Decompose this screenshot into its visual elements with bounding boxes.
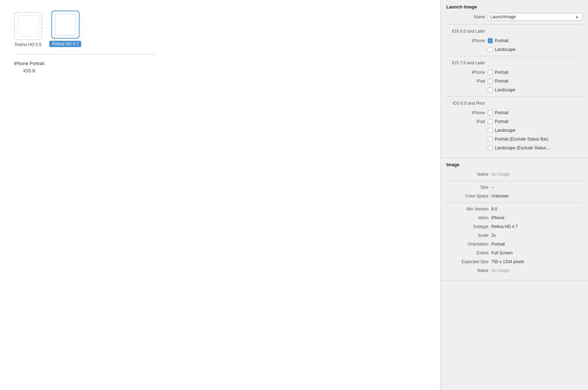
image-size-row: Size -- [446, 184, 582, 191]
device-box-inner-47 [55, 14, 76, 35]
ios70-ipad-landscape-row: Landscape [446, 86, 582, 93]
right-panel: Launch Image Name LaunchImage ► iOS 8.0 … [440, 0, 588, 390]
ios70-iphone-portrait-checkbox[interactable] [488, 70, 493, 75]
image-orientation-label: Orientation [446, 242, 488, 247]
ios70-ipad-portrait-checkbox-label[interactable]: Portrait [488, 79, 509, 84]
image-idiom-label: Idiom [446, 215, 488, 220]
ios60-iphone-portrait-checkbox[interactable] [488, 110, 493, 115]
ios80-iphone-portrait-checkbox[interactable]: ✓ [488, 38, 493, 43]
ios60-ipad-landscape-exclude-label: Landscape (Exclude Status... [495, 145, 550, 150]
ios60-divider [446, 96, 582, 97]
ios60-iphone-label: iPhone [446, 110, 485, 115]
device-icons-row: Retina HD 5.5 Retina HD 4.7 [14, 11, 81, 47]
ios60-ipad-portrait-label: Portrait [495, 119, 509, 124]
device-box-55[interactable] [14, 12, 42, 40]
ios60-ipad-portrait-checkbox[interactable] [488, 119, 493, 124]
divider-line [14, 54, 155, 54]
image-colorspace-label: Color Space [446, 194, 488, 199]
device-retina-55[interactable]: Retina HD 5.5 [14, 12, 42, 47]
ios60-ipad-portrait-exclude-label: Portrait (Exclude Status Bar) [495, 137, 548, 142]
ios70-iphone-label: iPhone [446, 70, 485, 75]
ios70-group-row: iOS 7.0 and Later [446, 59, 582, 67]
image-section: Image Name No Image Size -- Color Space … [441, 158, 588, 280]
image-title: iPhone Portrait [14, 60, 44, 67]
ios80-iphone-portrait-row: iPhone ✓ Portrait [446, 37, 582, 44]
ios60-ipad-landscape-checkbox-label[interactable]: Landscape [488, 128, 516, 133]
image-minversion-label: Min Version [446, 207, 488, 212]
ios60-iphone-portrait-label: Portrait [495, 110, 509, 115]
ios60-ipad-landscape-exclude-row: Landscape (Exclude Status... [446, 144, 582, 151]
image-scale-label: Scale [446, 233, 488, 238]
ios60-ipad-portrait-exclude-row: Portrait (Exclude Status Bar) [446, 136, 582, 143]
ios60-ipad-landscape-exclude-checkbox[interactable] [488, 145, 493, 150]
ios60-ipad-landscape-checkbox[interactable] [488, 128, 493, 133]
image-scale-value: 2x [491, 233, 496, 238]
image-extent-row: Extent Full Screen [446, 249, 582, 256]
ios80-divider [446, 24, 582, 25]
ios60-group-row: iOS 6.0 and Prior [446, 99, 582, 107]
image-info: iPhone Portrait iOS 8 [14, 60, 44, 75]
image-orientation-value: Portrait [491, 242, 505, 247]
ios80-iphone-label: iPhone [446, 38, 485, 43]
ios60-ipad-portrait-checkbox-label[interactable]: Portrait [488, 119, 509, 124]
image-section-title: Image [446, 162, 582, 167]
ios60-ipad-portrait-exclude-checkbox[interactable] [488, 137, 493, 142]
ios70-ipad-label: iPad [446, 79, 485, 84]
ios60-ipad-landscape-row: Landscape [446, 127, 582, 134]
image-orientation-row: Orientation Portrait [446, 241, 582, 248]
ios70-divider [446, 56, 582, 56]
ios60-ipad-portrait-exclude-checkbox-label[interactable]: Portrait (Exclude Status Bar) [488, 137, 548, 142]
image-idiom-value: iPhone [491, 215, 504, 220]
ios60-ipad-landscape-exclude-checkbox-label[interactable]: Landscape (Exclude Status... [488, 145, 550, 150]
name-input-value: LaunchImage [490, 14, 516, 19]
ios80-group-row: iOS 8.0 and Later [446, 27, 582, 35]
ios70-ipad-landscape-checkbox-label[interactable]: Landscape [488, 87, 516, 92]
ios70-group-label: iOS 7.0 and Later [446, 60, 485, 65]
launch-image-title: Launch Image [446, 4, 582, 9]
ios60-ipad-landscape-label: Landscape [495, 128, 516, 133]
ios60-iphone-portrait-row: iPhone Portrait [446, 109, 582, 116]
ios70-iphone-portrait-row: iPhone Portrait [446, 69, 582, 76]
ios80-iphone-portrait-label: Portrait [495, 38, 509, 43]
image-subtype-row: Subtype Retina HD 4.7 [446, 223, 582, 230]
image-name2-row: Name No Image [446, 267, 582, 274]
image-details-divider [446, 202, 582, 203]
image-extent-value: Full Screen [491, 251, 513, 255]
image-name2-label: Name [446, 268, 488, 273]
ios70-ipad-landscape-checkbox[interactable] [488, 87, 493, 92]
image-idiom-row: Idiom iPhone [446, 214, 582, 221]
image-size-value: -- [491, 185, 494, 190]
image-expectedsize-row: Expected Size 750 x 1334 pixels [446, 258, 582, 265]
ios80-group-label: iOS 8.0 and Later [446, 29, 485, 34]
ios70-ipad-portrait-row: iPad Portrait [446, 78, 582, 85]
image-name-row: Name No Image [446, 171, 582, 178]
image-colorspace-value: Unknown [491, 194, 509, 199]
checkmark-icon: ✓ [489, 39, 492, 43]
name-label: Name [446, 14, 485, 19]
name-input-arrow-icon: ► [575, 14, 580, 20]
device-label-47: Retina HD 4.7 [49, 41, 81, 47]
ios70-ipad-landscape-label: Landscape [495, 87, 516, 92]
ios70-ipad-portrait-checkbox[interactable] [488, 79, 493, 84]
ios60-ipad-label: iPad [446, 119, 485, 124]
ios80-iphone-portrait-checkbox-label[interactable]: ✓ Portrait [488, 38, 509, 43]
device-retina-47[interactable]: Retina HD 4.7 [49, 11, 81, 47]
ios80-iphone-landscape-checkbox-label[interactable]: Landscape [488, 47, 516, 52]
device-label-55: Retina HD 5.5 [15, 42, 41, 47]
image-minversion-row: Min Version 8.0 [446, 206, 582, 213]
ios60-iphone-portrait-checkbox-label[interactable]: Portrait [488, 110, 509, 115]
image-info-divider [446, 181, 582, 181]
ios60-ipad-portrait-row: iPad Portrait [446, 118, 582, 125]
image-colorspace-row: Color Space Unknown [446, 193, 582, 200]
device-box-inner-55 [18, 15, 39, 37]
device-box-47[interactable] [51, 11, 79, 39]
image-scale-row: Scale 2x [446, 232, 582, 239]
image-minversion-value: 8.0 [491, 207, 497, 212]
left-panel: Retina HD 5.5 Retina HD 4.7 iPhone Portr… [0, 0, 440, 390]
ios80-iphone-landscape-checkbox[interactable] [488, 47, 493, 52]
name-row: Name LaunchImage ► [446, 13, 582, 21]
ios70-iphone-portrait-checkbox-label[interactable]: Portrait [488, 70, 509, 75]
name-input[interactable]: LaunchImage ► [488, 13, 582, 21]
image-subtype-value: Retina HD 4.7 [491, 224, 518, 229]
ios70-iphone-portrait-label: Portrait [495, 70, 509, 75]
